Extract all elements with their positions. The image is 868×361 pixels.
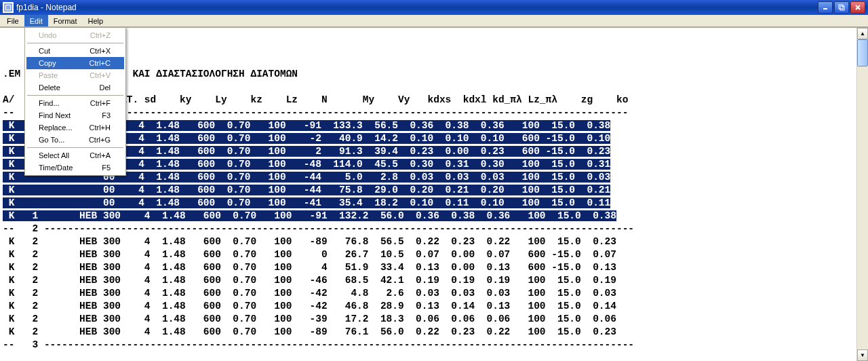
menu-item-label: Undo — [39, 31, 56, 39]
menu-item-label: Cut — [39, 47, 50, 55]
data-row: K 1 HEB 300 4 1.48 600 0.70 100 -91 132.… — [3, 210, 865, 223]
scroll-up-arrow[interactable]: ▲ — [857, 28, 868, 39]
text-line — [3, 55, 865, 68]
menu-item-shortcut: Ctrl+Z — [90, 31, 111, 39]
menu-item-label: Copy — [39, 59, 56, 67]
text-line — [3, 42, 865, 55]
data-row: K 2 HEB 300 4 1.48 600 0.70 100 -89 76.8… — [3, 235, 865, 248]
menu-item-paste: PasteCtrl+V — [26, 69, 124, 81]
menu-item-select-all[interactable]: Select AllCtrl+A — [26, 149, 124, 162]
menu-item-time-date[interactable]: Time/DateF5 — [26, 162, 124, 174]
menu-item-label: Paste — [39, 71, 58, 79]
menu-separator — [27, 43, 123, 43]
menu-item-find-next[interactable]: Find NextF3 — [26, 109, 124, 121]
menu-item-find[interactable]: Find...Ctrl+F — [26, 97, 124, 109]
menu-separator — [27, 95, 123, 96]
vertical-scrollbar[interactable]: ▲ ▼ — [856, 28, 868, 361]
data-row: K 2 HEB 300 4 1.48 600 0.70 100 -89 76.1… — [3, 326, 865, 339]
menu-item-copy[interactable]: CopyCtrl+C — [26, 57, 124, 69]
edit-dropdown: UndoCtrl+ZCutCtrl+XCopyCtrl+CPasteCtrl+V… — [24, 27, 126, 176]
menu-item-shortcut: Ctrl+H — [90, 124, 111, 132]
menu-item-label: Find Next — [39, 111, 71, 119]
data-row: K 2 HEB 300 4 1.48 600 0.70 100 -46 68.5… — [3, 274, 865, 287]
text-content[interactable]: .ΕΜ ΚΑΙ ΔΙΑΣΤΑΣΙΟΛΟΓΗΣΗ ΔΙΑΤΟΜΩΝ A/ ΙΑΤ.… — [0, 28, 868, 353]
window-buttons — [818, 1, 865, 14]
menu-item-label: Select All — [39, 151, 69, 159]
menu-item-shortcut: Ctrl+V — [90, 71, 111, 79]
menu-separator — [27, 147, 123, 148]
menu-item-label: Time/Date — [39, 164, 73, 172]
column-separator: -- -------------------------------------… — [3, 107, 865, 119]
menu-item-shortcut: Ctrl+A — [90, 151, 111, 159]
column-headers: A/ ΙΑΤ. sd ky Ly kz Lz N My Vy kdxs kdxl… — [3, 94, 865, 107]
data-row: K 00 4 1.48 600 0.70 100 -2 40.9 14.2 0.… — [3, 132, 865, 145]
data-row: -- 2 -----------------------------------… — [3, 223, 865, 235]
text-heading: .ΕΜ ΚΑΙ ΔΙΑΣΤΑΣΙΟΛΟΓΗΣΗ ΔΙΑΤΟΜΩΝ — [3, 68, 865, 81]
menu-item-shortcut: Ctrl+C — [90, 59, 111, 67]
data-row: -- 3 -----------------------------------… — [3, 339, 865, 352]
menu-item-replace[interactable]: Replace...Ctrl+H — [26, 121, 124, 134]
menu-item-shortcut: Ctrl+F — [90, 99, 111, 107]
menu-item-label: Delete — [39, 83, 60, 92]
close-button[interactable] — [850, 1, 865, 14]
menu-item-shortcut: Ctrl+G — [89, 136, 111, 144]
text-line — [3, 29, 865, 42]
maximize-button[interactable] — [834, 1, 849, 14]
data-row: K 00 4 1.48 600 0.70 100 -44 5.0 2.8 0.0… — [3, 171, 865, 184]
menu-item-cut[interactable]: CutCtrl+X — [26, 45, 124, 57]
menu-item-shortcut: Del — [99, 83, 111, 92]
data-row: K 2 HEB 300 4 1.48 600 0.70 100 -42 4.8 … — [3, 287, 865, 300]
menu-file[interactable]: File — [1, 15, 24, 26]
data-row: K 00 4 1.48 600 0.70 100 -41 35.4 18.2 0… — [3, 197, 865, 210]
menu-item-label: Replace... — [39, 124, 73, 132]
menu-item-delete[interactable]: DeleteDel — [26, 81, 124, 94]
svg-rect-5 — [839, 5, 843, 9]
title-bar: fp1dia - Notepad — [0, 0, 868, 15]
scroll-down-arrow[interactable]: ▼ — [857, 349, 868, 361]
svg-rect-6 — [840, 6, 844, 10]
data-row: K 00 4 1.48 600 0.70 100 2 91.3 39.4 0.2… — [3, 145, 865, 158]
data-row: K 2 HEB 300 4 1.48 600 0.70 100 0 26.7 1… — [3, 248, 865, 261]
menu-edit[interactable]: Edit — [24, 15, 48, 26]
menu-format[interactable]: Format — [48, 15, 83, 26]
data-row: K 2 HEB 300 4 1.48 600 0.70 100 -39 17.2… — [3, 313, 865, 326]
text-area-wrap: .ΕΜ ΚΑΙ ΔΙΑΣΤΑΣΙΟΛΟΓΗΣΗ ΔΙΑΤΟΜΩΝ A/ ΙΑΤ.… — [0, 27, 868, 361]
data-row: K 2 HEB 300 4 1.48 600 0.70 100 -42 46.8… — [3, 300, 865, 313]
minimize-button[interactable] — [818, 1, 833, 14]
menu-item-undo: UndoCtrl+Z — [26, 29, 124, 41]
menu-item-shortcut: F3 — [102, 111, 111, 119]
menu-item-label: Find... — [39, 99, 60, 107]
app-icon — [3, 2, 14, 13]
menu-item-label: Go To... — [39, 136, 64, 144]
menu-help[interactable]: Help — [83, 15, 109, 26]
menu-item-shortcut: F5 — [102, 164, 111, 172]
scroll-thumb[interactable] — [857, 39, 868, 66]
data-row: K 2 HEB 300 4 1.48 600 0.70 100 4 51.9 3… — [3, 261, 865, 274]
text-line — [3, 81, 865, 94]
data-row: K 00 4 1.48 600 0.70 100 -44 75.8 29.0 0… — [3, 184, 865, 197]
window-title: fp1dia - Notepad — [16, 3, 818, 12]
menu-item-go-to[interactable]: Go To...Ctrl+G — [26, 134, 124, 146]
data-row: K 00 4 1.48 600 0.70 100 -91 133.3 56.5 … — [3, 119, 865, 132]
menu-bar: File Edit Format Help — [0, 15, 868, 27]
menu-item-shortcut: Ctrl+X — [90, 47, 111, 55]
data-row: K 00 4 1.48 600 0.70 100 -48 114.0 45.5 … — [3, 158, 865, 171]
